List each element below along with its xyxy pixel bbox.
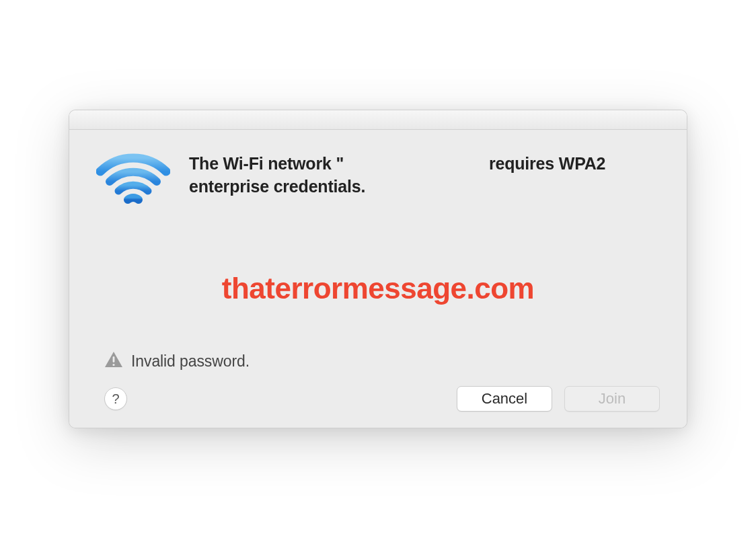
title-prefix: The Wi-Fi network " [189, 154, 344, 173]
cancel-button[interactable]: Cancel [457, 386, 552, 412]
footer-row: ? Cancel Join [96, 386, 660, 412]
wifi-icon [96, 150, 170, 213]
dialog-container: The Wi-Fi network " requires WPA2 enterp… [69, 110, 687, 428]
dialog-title: The Wi-Fi network " requires WPA2 enterp… [189, 150, 660, 198]
svg-rect-0 [113, 356, 115, 362]
status-message: Invalid password. [131, 352, 250, 371]
titlebar [69, 110, 687, 130]
warning-icon [104, 351, 123, 371]
status-row: Invalid password. [96, 351, 660, 371]
dialog-content: The Wi-Fi network " requires WPA2 enterp… [69, 130, 687, 428]
watermark-text: thaterrormessage.com [222, 272, 534, 305]
wifi-credentials-dialog: The Wi-Fi network " requires WPA2 enterp… [69, 110, 687, 428]
watermark-row: thaterrormessage.com [96, 213, 660, 351]
header-row: The Wi-Fi network " requires WPA2 enterp… [96, 150, 660, 213]
join-button: Join [564, 386, 660, 412]
help-button[interactable]: ? [104, 387, 127, 410]
svg-point-1 [112, 364, 114, 366]
